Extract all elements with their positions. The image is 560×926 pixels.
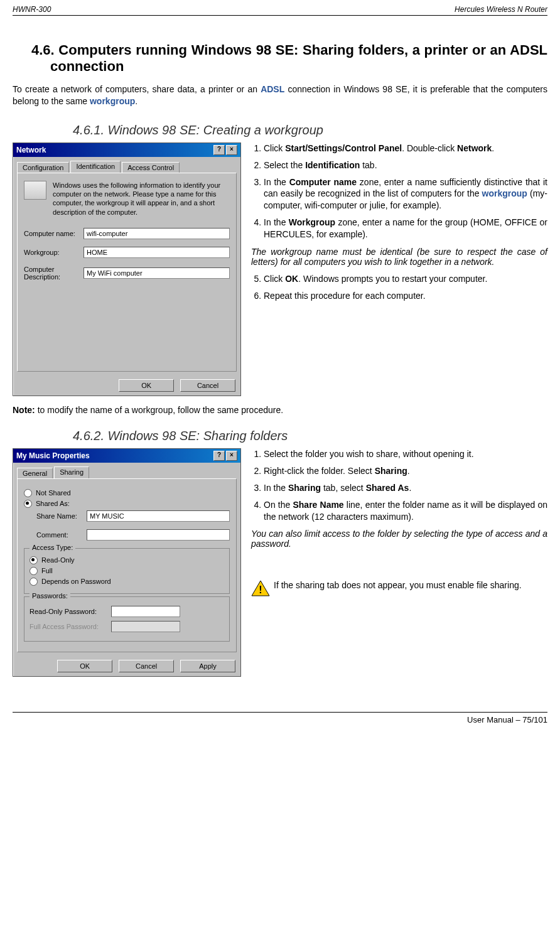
comment-label: Comment:	[36, 531, 87, 539]
section-heading: Computers running Windows 98 SE: Sharing…	[50, 42, 547, 74]
steps-4-6-2: Select the folder you wish to share, wit…	[251, 448, 547, 596]
full-label: Full	[41, 567, 53, 574]
help-button[interactable]: ?	[213, 451, 225, 461]
computer-name-input[interactable]: wifi-computer	[83, 228, 230, 239]
passwords-legend: Passwords:	[30, 592, 70, 600]
computer-icon	[24, 181, 46, 200]
ok-button-2[interactable]: OK	[57, 660, 112, 672]
radio-not-shared[interactable]	[24, 489, 32, 497]
tab-sharing[interactable]: Sharing	[54, 466, 89, 478]
properties-dialog: My Music Properties ? × General Sharing …	[13, 448, 241, 677]
tab-general[interactable]: General	[17, 468, 53, 478]
steps-4-6-1: Click Start/Settings/Control Panel. Doub…	[251, 143, 547, 307]
step-3: In the Computer name zone, enter a name …	[264, 176, 547, 212]
dialog-titlebar: Network ? ×	[13, 143, 240, 157]
workgroup-term: workgroup	[90, 96, 135, 106]
computer-name-label: Computer name:	[24, 230, 83, 237]
svg-text:!: !	[259, 584, 262, 595]
section-number: 4.6.	[31, 42, 55, 58]
help-button[interactable]: ?	[213, 145, 225, 155]
radio-full[interactable]	[30, 567, 38, 575]
step-2: Select the Identification tab.	[264, 159, 547, 171]
header-left: HWNR-300	[13, 5, 51, 14]
header-right: Hercules Wireless N Router	[455, 5, 547, 14]
workgroup-note: The workgroup name must be identical (be…	[251, 247, 547, 267]
section-4-6-title: 4.6. Computers running Windows 98 SE: Sh…	[31, 42, 547, 75]
access-type-legend: Access Type:	[30, 544, 75, 551]
workgroup-label: Workgroup:	[24, 249, 83, 256]
read-only-pw-input[interactable]	[111, 606, 180, 617]
intro-paragraph: To create a network of computers, share …	[13, 83, 547, 107]
warning-box: ! If the sharing tab does not appear, yo…	[251, 580, 547, 596]
full-access-pw-label: Full Access Password:	[30, 623, 111, 630]
tab-identification[interactable]: Identification	[70, 161, 121, 173]
step2-1: Select the folder you wish to share, wit…	[264, 448, 547, 460]
not-shared-label: Not Shared	[36, 489, 71, 497]
section-4-6-2-title: 4.6.2. Windows 98 SE: Sharing folders	[73, 429, 547, 443]
radio-shared-as[interactable]	[24, 500, 32, 508]
read-only-pw-label: Read-Only Password:	[30, 608, 111, 615]
step-5: Click OK. Windows prompts you to restart…	[264, 273, 547, 285]
close-button[interactable]: ×	[226, 145, 237, 155]
dialog-title-2: My Music Properties	[16, 451, 90, 460]
access-limit-note: You can also limit access to the folder …	[251, 529, 547, 549]
page-header: HWNR-300 Hercules Wireless N Router	[13, 5, 547, 16]
radio-depends[interactable]	[30, 578, 38, 586]
step2-4: On the Share Name line, enter the folder…	[264, 499, 547, 523]
ok-button[interactable]: OK	[119, 379, 174, 392]
dialog-info-text: Windows uses the following information t…	[53, 181, 230, 217]
apply-button[interactable]: Apply	[180, 660, 235, 672]
modify-workgroup-note: Note: to modify the name of a workgroup,…	[13, 405, 547, 415]
description-label: Computer Description:	[24, 266, 83, 281]
step-6: Repeat this procedure for each computer.	[264, 290, 547, 302]
tab-configuration[interactable]: Configuration	[17, 162, 69, 173]
read-only-label: Read-Only	[41, 556, 75, 564]
step2-2: Right-click the folder. Select Sharing.	[264, 465, 547, 477]
cancel-button-2[interactable]: Cancel	[119, 660, 174, 672]
tab-access-control[interactable]: Access Control	[122, 162, 180, 173]
depends-label: Depends on Password	[41, 578, 111, 585]
network-dialog: Network ? × Configuration Identification…	[13, 143, 241, 396]
cancel-button[interactable]: Cancel	[180, 379, 235, 392]
workgroup-input[interactable]: HOME	[83, 247, 230, 258]
radio-read-only[interactable]	[30, 556, 38, 564]
step-1: Click Start/Settings/Control Panel. Doub…	[264, 143, 547, 154]
shared-as-label: Shared As:	[36, 500, 70, 507]
adsl-term: ADSL	[261, 84, 284, 94]
dialog-titlebar-2: My Music Properties ? ×	[13, 449, 240, 463]
section-4-6-1-title: 4.6.1. Windows 98 SE: Creating a workgro…	[73, 123, 547, 137]
description-input[interactable]: My WiFi computer	[83, 267, 230, 279]
warning-text: If the sharing tab does not appear, you …	[274, 580, 522, 590]
step2-3: In the Sharing tab, select Shared As.	[264, 482, 547, 494]
comment-input[interactable]	[87, 529, 230, 541]
dialog-title: Network	[16, 146, 46, 154]
full-access-pw-input	[111, 621, 180, 632]
page-footer: User Manual – 75/101	[13, 712, 547, 724]
share-name-input[interactable]: MY MUSIC	[87, 510, 230, 522]
step-4: In the Workgroup zone, enter a name for …	[264, 217, 547, 240]
close-button[interactable]: ×	[226, 451, 237, 461]
warning-icon: !	[251, 580, 270, 596]
share-name-label: Share Name:	[36, 512, 87, 520]
